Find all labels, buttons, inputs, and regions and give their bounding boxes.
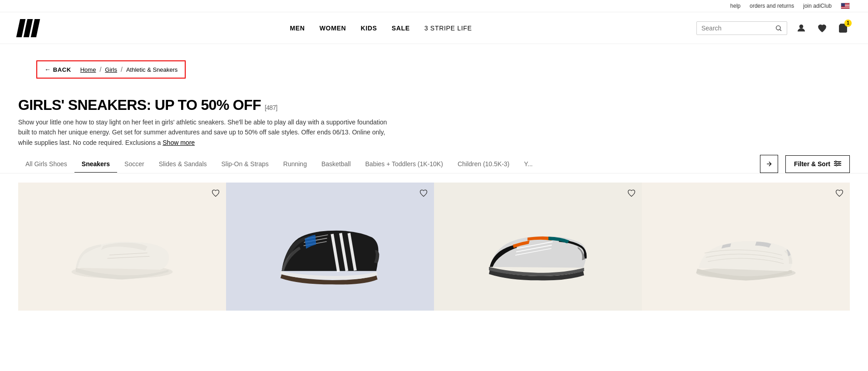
tab-all-girls-shoes[interactable]: All Girls Shoes xyxy=(18,156,74,173)
svg-line-1 xyxy=(780,30,781,31)
utility-bar: help orders and returns join adiClub xyxy=(0,0,868,12)
shoe-svg-3 xyxy=(483,212,592,282)
search-input[interactable] xyxy=(701,25,775,32)
search-icon[interactable] xyxy=(775,25,782,32)
search-box[interactable] xyxy=(696,21,787,35)
orders-link[interactable]: orders and returns xyxy=(750,3,794,9)
tab-slip-on-straps[interactable]: Slip-On & Straps xyxy=(214,156,276,173)
back-arrow-icon: ← xyxy=(44,66,51,73)
nav-women[interactable]: WOMEN xyxy=(320,25,346,32)
nav-men[interactable]: MEN xyxy=(290,25,305,32)
back-button[interactable]: ← BACK xyxy=(44,66,71,73)
wishlist-button[interactable] xyxy=(815,21,829,35)
help-link[interactable]: help xyxy=(730,3,741,9)
shoe-svg-1 xyxy=(63,210,181,283)
wishlist-btn-4[interactable] xyxy=(835,188,844,199)
main-nav: MEN WOMEN KIDS SALE 3 STRIPE LIFE xyxy=(65,25,696,32)
breadcrumb-current: Athletic & Sneakers xyxy=(126,66,178,73)
filter-sort-button[interactable]: Filter & Sort xyxy=(785,155,850,173)
header-actions: 1 xyxy=(696,21,850,35)
breadcrumb-girls[interactable]: Girls xyxy=(105,66,117,73)
svg-point-10 xyxy=(836,164,837,166)
nav-kids[interactable]: KIDS xyxy=(360,25,377,32)
product-image-2[interactable] xyxy=(227,183,434,310)
wishlist-btn-2[interactable] xyxy=(419,188,428,199)
product-card-4 xyxy=(642,183,850,311)
page-title: GIRLS' SNEAKERS: UP TO 50% OFF [487] xyxy=(18,97,850,114)
page-description: Show your little one how to stay light o… xyxy=(18,117,390,148)
product-image-4[interactable] xyxy=(642,183,849,310)
tab-slides-sandals[interactable]: Slides & Sandals xyxy=(152,156,214,173)
tab-babies-toddlers[interactable]: Babies + Toddlers (1K-10K) xyxy=(358,156,450,173)
product-count: [487] xyxy=(265,104,277,111)
tab-youth[interactable]: Y... xyxy=(517,156,540,173)
cart-count: 1 xyxy=(844,20,852,27)
show-more-link[interactable]: Show more xyxy=(163,139,195,146)
header: MEN WOMEN KIDS SALE 3 STRIPE LIFE xyxy=(0,12,868,44)
account-button[interactable] xyxy=(794,21,808,35)
filter-sort-label: Filter & Sort xyxy=(794,160,830,168)
breadcrumb: ← BACK Home / Girls / Athletic & Sneaker… xyxy=(36,60,186,79)
product-image-3[interactable] xyxy=(434,183,641,310)
product-image-1[interactable] xyxy=(19,183,226,310)
breadcrumb-separator-1 xyxy=(75,66,77,73)
tab-soccer[interactable]: Soccer xyxy=(117,156,152,173)
breadcrumb-sep-2: / xyxy=(121,66,123,73)
category-tabs: All Girls Shoes Sneakers Soccer Slides &… xyxy=(18,156,760,173)
tab-sneakers[interactable]: Sneakers xyxy=(74,156,117,173)
tab-running[interactable]: Running xyxy=(276,156,314,173)
svg-point-2 xyxy=(799,25,803,28)
breadcrumb-home[interactable]: Home xyxy=(80,66,96,73)
arrow-right-icon xyxy=(765,160,773,168)
flag-icon xyxy=(841,3,850,9)
product-grid xyxy=(0,183,868,311)
breadcrumb-sep-1: / xyxy=(99,66,101,73)
cart-button[interactable]: 1 xyxy=(836,21,850,35)
category-tabs-row: All Girls Shoes Sneakers Soccer Slides &… xyxy=(0,155,868,173)
product-card-1 xyxy=(18,183,226,311)
svg-point-9 xyxy=(838,163,840,164)
filter-icon xyxy=(834,160,841,168)
wishlist-btn-1[interactable] xyxy=(211,188,220,199)
page-header: GIRLS' SNEAKERS: UP TO 50% OFF [487] Sho… xyxy=(0,97,868,148)
breadcrumb-wrapper: ← BACK Home / Girls / Athletic & Sneaker… xyxy=(0,51,868,88)
tab-next-button[interactable] xyxy=(760,155,778,173)
join-link[interactable]: join adiClub xyxy=(803,3,832,9)
nav-stripe-life[interactable]: 3 STRIPE LIFE xyxy=(424,25,472,32)
shoe-svg-4 xyxy=(687,212,805,282)
svg-point-8 xyxy=(835,161,836,162)
shoe-svg-2 xyxy=(273,201,387,292)
nav-sale[interactable]: SALE xyxy=(392,25,410,32)
adidas-logo[interactable] xyxy=(18,19,38,37)
tab-basketball[interactable]: Basketball xyxy=(314,156,358,173)
tab-children[interactable]: Children (10.5K-3) xyxy=(450,156,517,173)
wishlist-btn-3[interactable] xyxy=(627,188,636,199)
svg-point-0 xyxy=(776,25,780,30)
back-label: BACK xyxy=(53,66,71,73)
product-card-3 xyxy=(434,183,642,311)
product-card-2 xyxy=(226,183,434,311)
